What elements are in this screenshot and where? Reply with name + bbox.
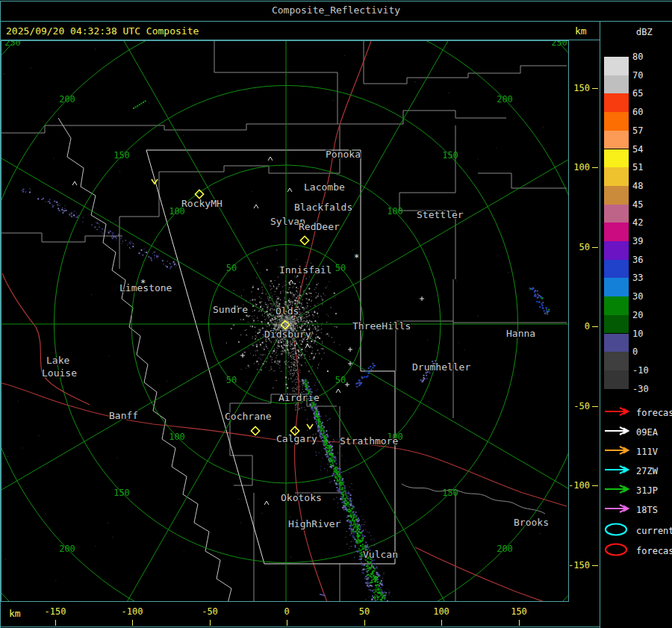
range-ring-label: 150 xyxy=(113,488,130,498)
colorbar-value: -10 xyxy=(632,365,658,376)
colorbar-value: 45 xyxy=(632,199,658,210)
bottom-axis-label: -50 xyxy=(193,606,226,617)
right-axis-label: 0 xyxy=(567,321,590,332)
range-ring-label: 250 xyxy=(551,41,567,48)
storm-track-arrow-icon xyxy=(603,484,633,494)
range-ring-label: 100 xyxy=(169,432,185,442)
colorbar-value: 70 xyxy=(632,70,658,81)
city-label: Vulcan xyxy=(363,549,398,560)
city-label: HighRiver xyxy=(288,518,341,529)
city-label: Stettler xyxy=(417,209,464,220)
colorbar-block xyxy=(604,186,629,205)
right-axis-label: 150 xyxy=(567,83,590,93)
city-label: Okotoks xyxy=(281,492,322,503)
storm-track-arrow-icon xyxy=(603,464,633,475)
city-label: Drumheller xyxy=(412,361,470,373)
right-axis-unit: km xyxy=(575,22,587,40)
range-ring-label: 150 xyxy=(113,150,130,161)
highway-line xyxy=(2,273,90,405)
colorbar-block xyxy=(604,205,629,223)
bottom-axis-tick xyxy=(364,620,365,626)
range-ring-label: 200 xyxy=(497,544,513,554)
colorbar-block xyxy=(604,260,629,279)
county-boundary xyxy=(478,173,567,188)
colorbar-block xyxy=(604,131,629,149)
right-axis-label: -150 xyxy=(567,560,590,571)
right-axis-tick xyxy=(592,167,598,168)
city-label: Louise xyxy=(42,367,77,379)
city-label: ThreeHills xyxy=(352,320,411,332)
radar-map[interactable]: 5050505010010010010015015015015020020020… xyxy=(1,40,569,602)
legend-label: 27ZW xyxy=(636,466,658,476)
town-star-marker: * xyxy=(354,252,359,263)
legend-row: 18TS xyxy=(603,503,633,519)
legend-row: 27ZW xyxy=(603,464,633,480)
right-axis-tick xyxy=(592,485,598,486)
city-label: Blackfalds xyxy=(294,202,352,213)
colorbar-value: 57 xyxy=(632,125,658,136)
colorbar-value: 33 xyxy=(632,273,658,283)
right-axis: 150100500-50-100-150 xyxy=(567,40,600,602)
bottom-axis-tick xyxy=(441,620,442,626)
city-label: Lake xyxy=(46,355,69,366)
bottom-axis-label: 150 xyxy=(503,606,535,617)
radar-app-window: Composite_Reflectivity 2025/09/20 04:32:… xyxy=(0,0,672,628)
colorbar-value: 48 xyxy=(632,181,658,191)
colorbar-block xyxy=(604,57,629,75)
city-label: Hanna xyxy=(506,328,535,339)
station-diamond-marker xyxy=(300,236,308,244)
city-label: Brooks xyxy=(514,517,549,528)
colorbar-block xyxy=(604,352,629,370)
legend-label: 31JP xyxy=(636,485,658,496)
right-axis-label: 50 xyxy=(567,242,590,252)
town-caret-marker xyxy=(268,157,273,161)
range-ring-label: 200 xyxy=(59,544,75,554)
legend-row: current xyxy=(603,522,633,538)
right-axis-label: 100 xyxy=(567,162,590,172)
range-ring-label: 200 xyxy=(497,94,513,105)
county-boundary xyxy=(1,41,337,133)
town-cross-marker xyxy=(348,347,352,352)
bottom-axis-label: 50 xyxy=(348,606,381,617)
city-label: Calgary xyxy=(276,433,317,444)
station-diamond-marker xyxy=(251,426,259,435)
colorbar-block xyxy=(604,334,629,352)
colorbar-value: 36 xyxy=(632,255,658,265)
city-label: Lacombe xyxy=(304,181,345,193)
range-ring-label: 150 xyxy=(442,150,458,161)
range-ring-label: 250 xyxy=(4,600,21,601)
right-axis-label: -100 xyxy=(567,480,590,491)
legend-label: forecast xyxy=(636,408,672,418)
colorbar-block xyxy=(604,296,629,315)
legend-label: current xyxy=(636,526,672,536)
highway-line xyxy=(415,547,553,601)
bottom-axis-tick xyxy=(55,620,56,626)
town-cross-marker xyxy=(420,296,424,301)
city-label: Innisfail xyxy=(279,264,332,276)
colorbar-block xyxy=(604,315,629,334)
town-star-marker: * xyxy=(140,278,146,288)
colorbar-value: 10 xyxy=(632,329,658,339)
colorbar-block xyxy=(604,75,629,94)
town-caret-marker xyxy=(287,188,292,192)
range-ring-label: 100 xyxy=(387,206,403,217)
timestamp-text: 2025/09/20 04:32:38 UTC Composite xyxy=(6,22,199,40)
storm-vector-marker xyxy=(307,424,313,429)
colorbar-block xyxy=(604,167,629,186)
town-caret-marker xyxy=(254,205,258,208)
colorbar-block xyxy=(604,370,629,389)
county-boundary xyxy=(402,484,545,514)
legend-row: 09EA xyxy=(603,425,633,441)
range-ring-label: 200 xyxy=(59,94,75,105)
colorbar-value: 20 xyxy=(632,310,658,320)
storm-track-arrow-icon xyxy=(603,426,633,436)
right-axis-label: -50 xyxy=(567,401,590,411)
bottom-axis-label: 100 xyxy=(425,606,458,617)
bottom-axis: km -150-100-50050100150 xyxy=(0,602,600,628)
colorbar-block xyxy=(604,93,629,112)
window-title: Composite_Reflectivity xyxy=(0,0,672,20)
right-axis-tick xyxy=(592,88,598,89)
right-axis-tick xyxy=(592,565,598,566)
colorbar-value: 80 xyxy=(632,52,658,62)
bottom-axis-tick xyxy=(519,620,520,626)
